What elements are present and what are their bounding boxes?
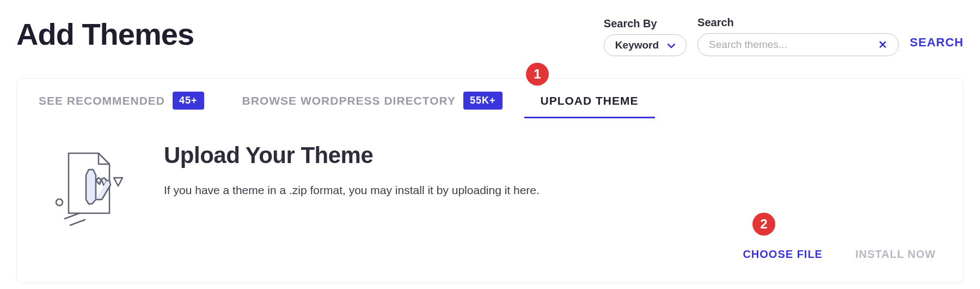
tabs: SEE RECOMMENDED 45+ BROWSE WORDPRESS DIR… xyxy=(17,79,963,121)
chevron-down-icon xyxy=(667,39,675,51)
tab-browse-directory[interactable]: BROWSE WORDPRESS DIRECTORY 55K+ xyxy=(242,92,503,121)
search-controls: Search By Keyword Search ✕ SEARCH xyxy=(604,16,964,56)
count-badge: 55K+ xyxy=(463,92,503,110)
annotation-marker-2: 2 xyxy=(752,213,775,236)
upload-description: If you have a theme in a .zip format, yo… xyxy=(164,184,936,197)
search-button[interactable]: SEARCH xyxy=(910,35,964,56)
search-field-wrap: ✕ xyxy=(697,33,899,56)
svg-line-2 xyxy=(70,220,85,225)
tab-label: SEE RECOMMENDED xyxy=(39,94,165,107)
svg-line-1 xyxy=(65,213,79,219)
clear-icon[interactable]: ✕ xyxy=(878,38,887,51)
search-by-label: Search By xyxy=(604,17,687,30)
tab-label: BROWSE WORDPRESS DIRECTORY xyxy=(242,94,456,107)
search-by-value: Keyword xyxy=(615,39,659,51)
search-label: Search xyxy=(697,16,899,29)
tab-label: UPLOAD THEME xyxy=(541,94,639,107)
search-input[interactable] xyxy=(709,39,878,51)
upload-file-icon xyxy=(55,148,126,232)
tab-upload-theme[interactable]: UPLOAD THEME xyxy=(541,94,639,118)
annotation-marker-1: 1 xyxy=(526,63,549,86)
upload-title: Upload Your Theme xyxy=(164,142,936,168)
page-title: Add Themes xyxy=(16,16,194,52)
install-now-button[interactable]: INSTALL NOW xyxy=(855,248,936,261)
tab-see-recommended[interactable]: SEE RECOMMENDED 45+ xyxy=(39,92,204,121)
svg-point-0 xyxy=(56,199,63,206)
choose-file-button[interactable]: CHOOSE FILE xyxy=(743,248,823,261)
main-panel: SEE RECOMMENDED 45+ BROWSE WORDPRESS DIR… xyxy=(16,78,964,283)
search-by-dropdown[interactable]: Keyword xyxy=(604,34,687,56)
count-badge: 45+ xyxy=(173,92,204,110)
